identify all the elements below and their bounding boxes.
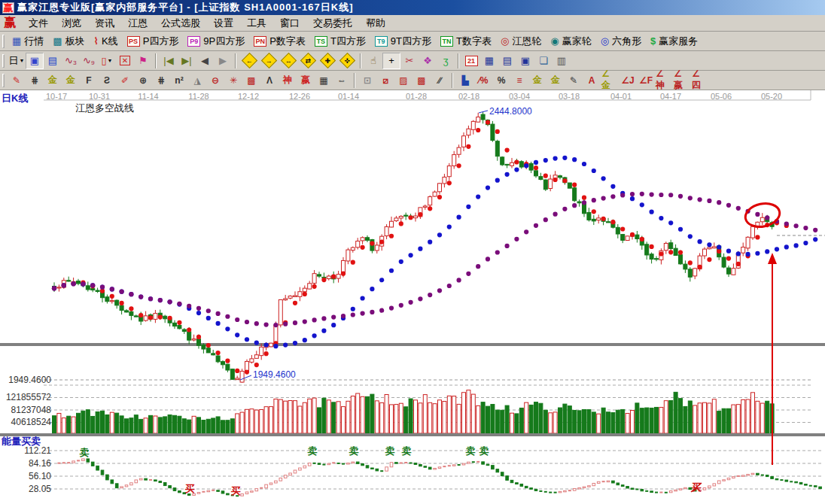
si-angle-tool[interactable]: ∠四	[691, 72, 709, 89]
percent-tool[interactable]: %	[492, 72, 510, 89]
toolbar-grip[interactable]	[2, 35, 5, 48]
wave-3-icon[interactable]: ∿₃	[62, 53, 80, 69]
title-bar[interactable]: 赢 赢家江恩专业版[赢家内部服务平台] - [上证指数 SH1A0001-167…	[0, 0, 825, 15]
gold-circle-tool[interactable]: 金	[546, 72, 565, 89]
date-tick: 03-18	[559, 92, 580, 101]
menu-item-资讯[interactable]: 资讯	[88, 15, 121, 32]
gann-right-icon[interactable]: →	[259, 53, 279, 69]
grid-tool[interactable]: ⋕	[26, 72, 44, 89]
quote-button[interactable]: ▦行情	[8, 33, 48, 50]
menu-item-文件[interactable]: 文件	[22, 15, 55, 32]
stats-tool[interactable]: ▙	[456, 72, 474, 89]
fan-lines-tool[interactable]: ⧄	[376, 72, 394, 89]
app-window: 赢 赢家江恩专业版[赢家内部服务平台] - [上证指数 SH1A0001-167…	[0, 0, 825, 504]
m-line-tool[interactable]: Λ	[260, 72, 279, 89]
delete-tool-icon[interactable]: ✂	[400, 53, 419, 69]
j-angle-tool[interactable]: ∠J	[619, 72, 637, 89]
sector-button[interactable]: ▩板块	[48, 33, 89, 50]
notebook-icon[interactable]: ▤	[498, 53, 516, 69]
t-square-button[interactable]: TST四方形	[310, 33, 370, 50]
pen-tool[interactable]: ✎	[8, 72, 26, 89]
pct-slash-tool[interactable]: ⁄%	[474, 72, 492, 89]
gann-cross-icon[interactable]: ✚	[318, 53, 337, 69]
shen-tool[interactable]: 神	[279, 72, 297, 89]
menu-item-设置[interactable]: 设置	[207, 15, 240, 32]
box-select-tool[interactable]: ⊡	[358, 72, 376, 89]
volume-axis-label: 40618524	[2, 417, 51, 427]
calendar-icon[interactable]: 21	[462, 53, 480, 69]
dense-grid-tool[interactable]: ⋕	[152, 72, 170, 89]
gold-lines-tool[interactable]: 金	[528, 72, 546, 89]
red-grid-tool[interactable]: ▩	[242, 72, 260, 89]
f-angle-tool[interactable]: ∠F	[637, 72, 655, 89]
menu-item-公式选股[interactable]: 公式选股	[154, 15, 207, 32]
ink-pen-tool[interactable]: ✎	[565, 72, 583, 89]
gann-expand-icon[interactable]: ✜	[337, 53, 357, 69]
menu-item-浏览[interactable]: 浏览	[55, 15, 88, 32]
save-icon[interactable]: ▣	[516, 53, 534, 69]
wave-a-tool[interactable]: A	[583, 72, 601, 89]
gann-left-icon[interactable]: ←	[239, 53, 259, 69]
hexagon-button[interactable]: ◎六角形	[596, 33, 646, 50]
t-number-button[interactable]: TNT数字表	[436, 33, 496, 50]
gann-h-sync-icon[interactable]: ⇄	[298, 53, 318, 69]
kline-button[interactable]: ⌇K线	[90, 33, 123, 50]
menu-item-帮助[interactable]: 帮助	[359, 15, 392, 32]
winner-service-button[interactable]: $赢家服务	[646, 33, 702, 50]
width-tool[interactable]: ⇔	[333, 72, 351, 89]
menu-item-江恩[interactable]: 江恩	[121, 15, 154, 32]
9t-square-button[interactable]: T99T四方形	[370, 33, 436, 50]
menu-item-工具[interactable]: 工具	[240, 15, 273, 32]
gann-h-expand-icon[interactable]: ↔	[279, 53, 298, 69]
jump-end-icon[interactable]: ▶|	[178, 53, 196, 69]
download-icon[interactable]: ❏	[534, 53, 553, 69]
gann-wheel-button[interactable]: ◎江恩轮	[496, 33, 546, 50]
menu-item-交易委托[interactable]: 交易委托	[306, 15, 359, 32]
scroll-right-icon[interactable]: ▶	[214, 53, 232, 69]
gold-grid2-tool[interactable]: 金	[62, 72, 80, 89]
9p-square-button[interactable]: P99P四方形	[183, 33, 249, 50]
period-day-dropdown[interactable]: 日▼	[8, 53, 26, 69]
red-box2-tool[interactable]: ▩	[412, 72, 431, 89]
info-panel-icon[interactable]: ▤	[44, 53, 62, 69]
transfer-icon[interactable]: ▥	[553, 53, 571, 69]
p-square-button[interactable]: PSP四方形	[123, 33, 184, 50]
ying-angle-tool[interactable]: ∠嬴	[673, 72, 691, 89]
n-square-tool[interactable]: n²	[170, 72, 188, 89]
dragon-tool-icon[interactable]: ʒ	[437, 53, 455, 69]
winner-wheel-button[interactable]: ◉赢家轮	[546, 33, 595, 50]
ying-tool[interactable]: 嬴	[297, 72, 315, 89]
gold-grid-tool[interactable]: 金	[44, 72, 62, 89]
web-tool-icon[interactable]: ❖	[419, 53, 437, 69]
candle-style-dropdown[interactable]: ▯▼	[98, 53, 116, 69]
hand-tool-icon[interactable]: ☝	[364, 53, 382, 69]
p-number-button[interactable]: PNP数字表	[249, 33, 310, 50]
crosshair-tool-icon[interactable]: +	[382, 53, 400, 69]
angle-ruler-tool[interactable]: ◮	[188, 72, 206, 89]
wave-9-icon[interactable]: ∿₉	[80, 53, 98, 69]
parallel-tool[interactable]: ∕∕	[431, 72, 449, 89]
mark-pen-tool[interactable]: ✐	[116, 72, 134, 89]
circle360-tool[interactable]: ⊕	[134, 72, 152, 89]
toolbar-grip[interactable]	[2, 74, 5, 87]
gold-angle-tool[interactable]: ∠金	[601, 72, 619, 89]
flag-mark-icon[interactable]: ⚑	[134, 53, 152, 69]
indicator-title: 江恩多空战线	[75, 102, 134, 115]
chart-area[interactable]: 卖卖卖卖卖卖卖买买买 日K线 江恩多空战线 10-1710-3111-1411-…	[0, 90, 825, 504]
pct-lines-tool[interactable]: ≡	[510, 72, 528, 89]
calculator-icon[interactable]: ▦	[480, 53, 498, 69]
shen-angle-tool[interactable]: ∠神	[655, 72, 673, 89]
red-box1-tool[interactable]: ▨	[394, 72, 412, 89]
volume-axis-label: 121855572	[2, 392, 51, 402]
ex-rights-icon[interactable]: ✕	[116, 53, 134, 69]
jump-start-icon[interactable]: |◀	[160, 53, 178, 69]
menu-item-窗口[interactable]: 窗口	[273, 15, 306, 32]
chart-window-icon[interactable]: ▣	[26, 53, 44, 69]
red-star-tool[interactable]: ✳	[224, 72, 242, 89]
ruler123-tool[interactable]: ▦	[315, 72, 333, 89]
turn5-tool[interactable]: Ƨ	[98, 72, 116, 89]
toolbar-grip[interactable]	[2, 54, 5, 68]
fibo-f-tool[interactable]: F	[80, 72, 98, 89]
red-circle-tool[interactable]: ⊖	[206, 72, 224, 89]
scroll-left-icon[interactable]: ◀	[196, 53, 214, 69]
